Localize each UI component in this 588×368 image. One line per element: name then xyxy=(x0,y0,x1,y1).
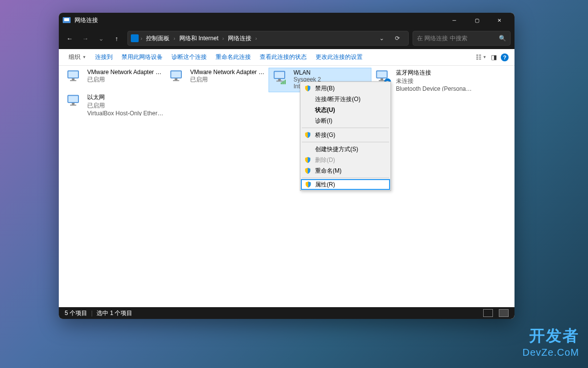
adapter-icon xyxy=(65,93,84,115)
menu-separator xyxy=(302,128,389,128)
view-status-button[interactable]: 查看此连接的状态 xyxy=(256,51,311,63)
context-menu-item[interactable]: 重命名(M) xyxy=(301,165,390,176)
connect-to-button[interactable]: 连接到 xyxy=(91,51,117,63)
close-button[interactable]: ✕ xyxy=(488,13,511,27)
svg-rect-16 xyxy=(283,80,284,84)
svg-rect-27 xyxy=(70,105,76,105)
context-menu-item[interactable]: 属性(R) xyxy=(301,179,390,190)
view-options-button[interactable]: ☷▼ xyxy=(475,52,487,63)
chevron-right-icon: › xyxy=(141,36,142,41)
menu-item-label: 连接/断开连接(O) xyxy=(315,95,361,104)
watermark: 开发者 DevZe.CoM xyxy=(522,325,579,358)
content-area[interactable]: VMware Network Adapter VMnet1 已启用 VMware… xyxy=(59,66,514,307)
menu-item-label: 禁用(B) xyxy=(315,84,335,93)
svg-rect-20 xyxy=(381,79,383,80)
search-icon: 🔍 xyxy=(499,35,506,42)
context-menu-item[interactable]: 桥接(G) xyxy=(301,130,390,140)
svg-rect-3 xyxy=(68,71,78,78)
context-menu-item[interactable]: 状态(U) xyxy=(301,105,390,115)
help-button[interactable]: ? xyxy=(501,53,509,61)
adapter-icon xyxy=(65,69,84,90)
back-button[interactable]: ← xyxy=(63,31,76,45)
shield-icon xyxy=(304,131,311,138)
details-view-button[interactable] xyxy=(483,309,493,317)
shield-icon xyxy=(304,157,311,163)
address-bar[interactable]: › 控制面板 › 网络和 Internet › 网络连接 › ⌄ ⟳ xyxy=(127,31,409,46)
network-adapter-item[interactable]: VMware Network Adapter VMnet8 已启用 xyxy=(166,68,269,92)
recent-dropdown[interactable]: ⌄ xyxy=(94,31,108,45)
svg-rect-8 xyxy=(175,79,177,80)
tiles-view-button[interactable] xyxy=(499,309,509,317)
adapter-name: 蓝牙网络连接 xyxy=(396,69,472,77)
disable-device-button[interactable]: 禁用此网络设备 xyxy=(118,51,167,63)
up-button[interactable]: ↑ xyxy=(110,31,123,45)
network-adapter-item[interactable]: VMware Network Adapter VMnet1 已启用 xyxy=(63,68,166,92)
search-box[interactable]: 🔍 xyxy=(413,31,511,46)
menu-item-label: 属性(R) xyxy=(315,181,335,189)
command-bar: 组织▼ 连接到 禁用此网络设备 诊断这个连接 重命名此连接 查看此连接的状态 更… xyxy=(59,49,514,66)
chevron-right-icon: › xyxy=(255,36,257,41)
selected-count: 选中 1 个项目 xyxy=(97,309,132,317)
context-menu-item[interactable]: 创建快捷方式(S) xyxy=(301,144,390,155)
svg-rect-19 xyxy=(377,71,387,78)
refresh-button[interactable]: ⟳ xyxy=(392,35,403,42)
preview-pane-button[interactable]: ◨ xyxy=(488,52,500,63)
breadcrumb-item[interactable]: 网络和 Internet xyxy=(177,33,220,44)
shield-icon xyxy=(304,85,311,92)
svg-rect-14 xyxy=(281,82,282,84)
status-bar: 5 个项目 | 选中 1 个项目 xyxy=(59,307,514,319)
adapter-name: VMware Network Adapter VMnet1 xyxy=(87,69,164,76)
rename-button[interactable]: 重命名此连接 xyxy=(212,51,255,63)
titlebar[interactable]: 网络连接 ─ ▢ ✕ xyxy=(59,13,514,27)
menu-item-label: 诊断(I) xyxy=(315,117,332,125)
svg-rect-1 xyxy=(64,18,69,21)
history-dropdown[interactable]: ⌄ xyxy=(376,35,388,42)
adapter-name: 以太网 xyxy=(87,93,164,102)
app-icon xyxy=(63,16,71,24)
adapter-status: 未连接 xyxy=(396,77,472,85)
minimize-button[interactable]: ─ xyxy=(443,13,466,27)
adapter-device: VirtualBox Host-Only Ethernet ... xyxy=(87,110,164,116)
adapter-status: 已启用 xyxy=(190,76,267,84)
chevron-right-icon: › xyxy=(222,36,224,41)
change-settings-button[interactable]: 更改此连接的设置 xyxy=(312,51,367,63)
menu-item-label: 删除(D) xyxy=(315,156,335,164)
svg-rect-13 xyxy=(276,80,283,81)
adapter-device: Bluetooth Device (Personal Ar... xyxy=(396,85,472,91)
search-input[interactable] xyxy=(417,35,499,42)
context-menu-item[interactable]: 诊断(I) xyxy=(301,115,390,126)
navigation-bar: ← → ⌄ ↑ › 控制面板 › 网络和 Internet › 网络连接 › ⌄… xyxy=(59,27,514,49)
menu-separator xyxy=(302,178,389,178)
menu-item-label: 桥接(G) xyxy=(315,131,335,139)
network-connections-window: 网络连接 ─ ▢ ✕ ← → ⌄ ↑ › 控制面板 › 网络和 Internet… xyxy=(59,13,514,319)
network-adapter-item[interactable]: 以太网 已启用 VirtualBox Host-Only Ethernet ..… xyxy=(63,92,166,117)
context-menu-item[interactable]: 连接/断开连接(O) xyxy=(301,94,390,105)
maximize-button[interactable]: ▢ xyxy=(466,13,488,27)
svg-rect-15 xyxy=(282,81,283,84)
svg-rect-12 xyxy=(278,79,281,81)
menu-separator xyxy=(302,142,389,142)
diagnose-button[interactable]: 诊断这个连接 xyxy=(168,51,211,63)
svg-rect-25 xyxy=(68,96,78,102)
chevron-right-icon: › xyxy=(173,36,175,41)
menu-item-label: 重命名(M) xyxy=(315,167,342,175)
breadcrumb-item[interactable]: 控制面板 xyxy=(144,33,172,44)
svg-rect-21 xyxy=(379,80,385,81)
location-icon xyxy=(131,34,139,42)
svg-rect-11 xyxy=(274,72,284,78)
svg-rect-17 xyxy=(285,80,286,84)
breadcrumb-item[interactable]: 网络连接 xyxy=(226,33,253,44)
context-menu-item[interactable]: 禁用(B) xyxy=(301,83,390,94)
organize-button[interactable]: 组织▼ xyxy=(65,51,90,63)
shield-icon xyxy=(304,167,311,174)
context-menu: 禁用(B)连接/断开连接(O)状态(U)诊断(I)桥接(G)创建快捷方式(S)删… xyxy=(300,81,391,191)
svg-rect-9 xyxy=(173,80,179,81)
svg-rect-5 xyxy=(70,80,76,81)
forward-button[interactable]: → xyxy=(78,31,92,45)
menu-item-label: 状态(U) xyxy=(315,106,335,114)
adapter-name: VMware Network Adapter VMnet8 xyxy=(190,69,267,76)
svg-rect-4 xyxy=(72,79,74,80)
window-title: 网络连接 xyxy=(74,16,443,25)
adapter-status: 已启用 xyxy=(87,76,164,84)
adapter-name: WLAN xyxy=(294,69,369,76)
